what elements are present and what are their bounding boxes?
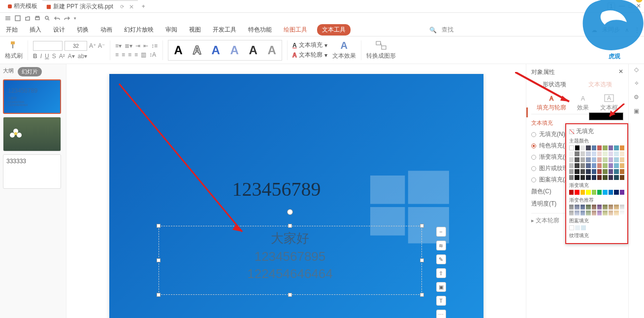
indent-inc-icon[interactable]: ⇥: [135, 42, 140, 49]
slide[interactable]: 123456789 大家好 1234567895 122454646464: [109, 74, 483, 318]
menu-texttools[interactable]: 文本工具: [317, 24, 351, 35]
menu-start[interactable]: 开始: [4, 25, 20, 35]
align-right-icon[interactable]: ≡: [128, 51, 131, 58]
menu-special[interactable]: 特色功能: [246, 25, 274, 35]
search-label[interactable]: 查找: [442, 26, 453, 34]
strip-templates-icon[interactable]: ◇: [634, 66, 639, 73]
color-swatch-item[interactable]: [603, 145, 607, 150]
search-icon[interactable]: 🔍: [429, 27, 437, 34]
ric-effect[interactable]: A 效果: [577, 94, 589, 112]
slide-title-text[interactable]: 123456789: [232, 177, 321, 201]
menu-view[interactable]: 视图: [187, 25, 203, 35]
text-style-2[interactable]: A: [188, 41, 206, 59]
slide-thumb-2[interactable]: [3, 117, 61, 151]
font-shrink-icon[interactable]: A⁻: [98, 42, 105, 49]
preview-icon[interactable]: [44, 15, 50, 21]
sel-handle[interactable]: [288, 293, 292, 297]
text-dir-icon[interactable]: ↕A: [149, 51, 156, 58]
menu-icon[interactable]: [5, 15, 11, 21]
close-icon[interactable]: ✕: [636, 2, 641, 10]
tab-sync-icon[interactable]: ⟳: [120, 4, 124, 9]
indent-dec-icon[interactable]: ⇤: [143, 42, 148, 49]
italic-icon[interactable]: I: [40, 53, 42, 60]
row-transparency[interactable]: 透明度(T): [531, 200, 556, 208]
sel-handle[interactable]: [420, 293, 424, 297]
undo-icon[interactable]: [54, 15, 60, 21]
tab-templates[interactable]: 稻壳模板: [3, 0, 42, 12]
cloud-icon[interactable]: ☁: [591, 27, 597, 34]
menu-slideshow[interactable]: 幻灯片放映: [122, 25, 156, 35]
underline-icon[interactable]: U: [45, 53, 49, 60]
ft-minus-icon[interactable]: −: [436, 227, 446, 237]
text-effect-button[interactable]: A 文本效果: [332, 40, 356, 60]
numbering-icon[interactable]: ≣▾: [125, 42, 132, 49]
text-style-gallery[interactable]: A A A A A A: [168, 40, 282, 61]
color-swatch-item[interactable]: [586, 145, 590, 150]
strip-ai-icon[interactable]: ⚙: [634, 94, 639, 101]
sel-handle[interactable]: [420, 258, 424, 262]
bullets-icon[interactable]: ≡▾: [115, 42, 122, 49]
menu-animation[interactable]: 动画: [98, 25, 114, 35]
sel-handle[interactable]: [157, 224, 161, 228]
text-style-5[interactable]: A: [244, 41, 262, 59]
color-swatch-item[interactable]: [580, 145, 585, 150]
color-swatch-item[interactable]: [575, 145, 580, 150]
superscript-icon[interactable]: A²: [59, 53, 65, 60]
align-justify-icon[interactable]: ≡: [134, 51, 138, 58]
selected-textbox[interactable]: 大家好 1234567895 122454646464: [159, 226, 422, 295]
text-fill-button[interactable]: A文本填充▾: [292, 41, 327, 49]
menu-review[interactable]: 审阅: [163, 25, 179, 35]
format-brush-button[interactable]: 格式刷: [5, 40, 23, 60]
ft-brush-icon[interactable]: ✎: [436, 254, 446, 264]
tab-slides[interactable]: 幻灯片: [18, 67, 42, 76]
rotate-handle[interactable]: [287, 209, 293, 215]
font-grow-icon[interactable]: A⁺: [89, 42, 96, 49]
minimize-icon[interactable]: —: [619, 2, 625, 10]
sel-handle[interactable]: [157, 293, 161, 297]
ft-export-icon[interactable]: ⇪: [436, 268, 446, 278]
text-outline-button[interactable]: A文本轮廓▾: [292, 51, 327, 59]
slide-thumb-1[interactable]: 123456789 大家好 1234567895 122454646464: [3, 79, 61, 114]
ft-crop-icon[interactable]: ▣: [436, 282, 446, 292]
tab-text-options[interactable]: 文本选项: [588, 80, 612, 89]
redo-icon[interactable]: [64, 15, 70, 21]
tab-shape-options[interactable]: 形状选项: [543, 80, 566, 89]
menu-collapse-icon[interactable]: ∧: [625, 27, 629, 34]
menu-drawing[interactable]: 绘图工具: [282, 25, 309, 35]
sel-handle[interactable]: [420, 224, 424, 228]
text-style-6[interactable]: A: [263, 41, 281, 59]
color-swatch-item[interactable]: [614, 145, 618, 150]
color-swatch-item[interactable]: [620, 145, 624, 150]
sel-handle[interactable]: [157, 258, 161, 262]
strip-layers-icon[interactable]: ▣: [634, 107, 639, 114]
text-style-3[interactable]: A: [207, 41, 225, 59]
ft-more-icon[interactable]: ⋯: [436, 310, 446, 318]
ft-layers-icon[interactable]: ≋: [436, 241, 446, 250]
sel-handle[interactable]: [288, 224, 292, 228]
tab-document[interactable]: 新建 PPT 演示文稿.ppt ⟳ ✕: [42, 0, 138, 12]
print-icon[interactable]: [34, 15, 40, 21]
ric-fill-outline[interactable]: A 填充与轮廓: [537, 94, 566, 112]
color-swatch-item[interactable]: [597, 145, 602, 150]
line-spacing-icon[interactable]: ↕≡: [151, 42, 158, 49]
color-swatch-item[interactable]: [592, 145, 596, 150]
text-style-4[interactable]: A: [225, 41, 243, 59]
menu-transition[interactable]: 切换: [75, 25, 91, 35]
strike-icon[interactable]: S: [52, 53, 56, 60]
popup-no-fill[interactable]: 无填充: [569, 127, 624, 136]
color-swatch[interactable]: [589, 112, 623, 120]
open-icon[interactable]: [25, 15, 31, 21]
text-style-1[interactable]: A: [169, 41, 187, 59]
align-left-icon[interactable]: ≡: [115, 51, 119, 58]
align-center-icon[interactable]: ≡: [122, 51, 125, 58]
qat-dropdown-icon[interactable]: ▾: [74, 16, 76, 21]
convert-shape-button[interactable]: 转换成图形: [366, 40, 396, 60]
font-family-select[interactable]: [33, 41, 63, 51]
menu-more-icon[interactable]: ⋮: [634, 27, 640, 34]
ric-textbox[interactable]: A 文本框: [600, 94, 618, 112]
canvas-area[interactable]: 123456789 大家好 1234567895 122454646464: [66, 64, 526, 318]
columns-icon[interactable]: ▥: [141, 51, 146, 58]
menu-design[interactable]: 设计: [51, 25, 67, 35]
highlight-icon[interactable]: ab▾: [78, 53, 87, 60]
save-icon[interactable]: [15, 15, 21, 21]
